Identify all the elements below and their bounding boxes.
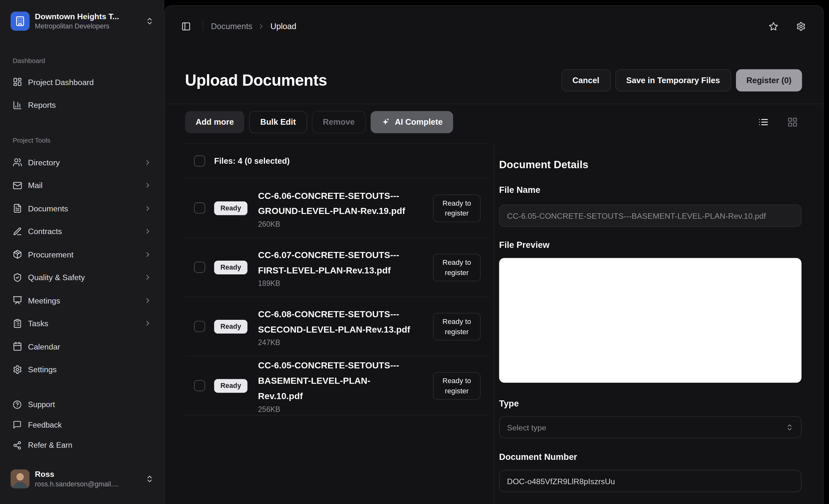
- document-number-label: Document Number: [499, 450, 801, 463]
- chevron-right-icon: [144, 296, 152, 304]
- file-checkbox[interactable]: [194, 203, 205, 214]
- bulk-edit-button[interactable]: Bulk Edit: [249, 111, 307, 133]
- file-size: 260KB: [258, 220, 412, 228]
- file-name-label: File Name: [499, 184, 801, 196]
- page-header: Upload Documents Cancel Save in Temporar…: [165, 57, 823, 104]
- user-menu[interactable]: Ross ross.h.sanderson@gmail....: [8, 466, 156, 491]
- sidebar-item-procurement[interactable]: Procurement: [8, 243, 156, 265]
- document-number-input[interactable]: [499, 470, 801, 492]
- ai-complete-button[interactable]: AI Complete: [371, 111, 454, 133]
- sidebar-item-documents[interactable]: Documents: [8, 197, 156, 219]
- file-name-input[interactable]: [499, 205, 801, 227]
- sidebar-item-calendar[interactable]: Calendar: [8, 335, 156, 357]
- file-text-icon: [13, 204, 23, 213]
- file-row[interactable]: Ready CC-6.05-CONCRETE-SETOUTS---BASEMEN…: [185, 356, 489, 416]
- register-button[interactable]: Register (0): [736, 69, 802, 91]
- ready-to-register-button[interactable]: Ready to register: [433, 313, 481, 340]
- file-preview: [499, 258, 801, 383]
- sidebar-item-tasks[interactable]: Tasks: [8, 312, 156, 334]
- file-info: CC-6.06-CONCRETE-SETOUTS---GROUND-LEVEL-…: [258, 188, 412, 228]
- status-badge: Ready: [214, 320, 247, 333]
- help-circle-icon: [13, 400, 22, 409]
- file-row[interactable]: Ready CC-6.06-CONCRETE-SETOUTS---GROUND-…: [185, 179, 489, 238]
- sidebar-toggle-button[interactable]: [178, 17, 194, 35]
- chevron-right-icon: [258, 23, 265, 30]
- cancel-button[interactable]: Cancel: [561, 69, 610, 91]
- topbar-separator: [203, 22, 203, 31]
- page-title: Upload Documents: [185, 71, 327, 89]
- sidebar-item-meetings[interactable]: Meetings: [8, 289, 156, 311]
- team-switcher[interactable]: Downtown Heights T... Metropolitan Devel…: [8, 7, 156, 35]
- ready-to-register-button[interactable]: Ready to register: [433, 254, 481, 281]
- team-logo: [10, 11, 30, 31]
- ready-to-register-button[interactable]: Ready to register: [433, 194, 481, 222]
- nav-group-project-tools: Directory Mail Documents: [8, 151, 156, 381]
- chevron-right-icon: [144, 250, 152, 258]
- star-icon: [769, 22, 779, 31]
- sidebar-item-support[interactable]: Support: [8, 395, 156, 414]
- sidebar-item-label: Documents: [28, 204, 68, 213]
- sidebar-item-refer-earn[interactable]: Refer & Earn: [8, 436, 156, 455]
- settings-button[interactable]: [792, 16, 811, 36]
- file-size: 256KB: [258, 405, 412, 413]
- status-badge: Ready: [214, 379, 247, 392]
- ready-to-register-button[interactable]: Ready to register: [433, 372, 481, 399]
- sidebar-item-mail[interactable]: Mail: [8, 174, 156, 196]
- team-org: Metropolitan Developers: [35, 22, 109, 30]
- remove-button[interactable]: Remove: [312, 111, 366, 133]
- list-view-button[interactable]: [754, 113, 773, 132]
- nav-group-dashboard: Project Dashboard Reports: [8, 71, 156, 117]
- topbar: Documents Upload: [165, 6, 823, 46]
- file-checkbox[interactable]: [194, 380, 205, 391]
- breadcrumb-documents[interactable]: Documents: [211, 22, 253, 31]
- file-name: CC-6.06-CONCRETE-SETOUTS---GROUND-LEVEL-…: [258, 188, 412, 219]
- sidebar-item-contracts[interactable]: Contracts: [8, 220, 156, 242]
- building-icon: [15, 16, 25, 27]
- file-list-header: Files: 4 (0 selected): [185, 143, 489, 179]
- sidebar-item-label: Project Dashboard: [28, 77, 94, 86]
- file-preview-label: File Preview: [499, 239, 801, 251]
- chevrons-up-down-icon: [146, 17, 154, 25]
- grid-view-button[interactable]: [783, 113, 802, 132]
- header-actions: Cancel Save in Temporary Files Register …: [561, 69, 802, 91]
- chevron-right-icon: [144, 227, 152, 236]
- sidebar-item-label: Tasks: [28, 319, 48, 328]
- sidebar-item-label: Settings: [28, 365, 57, 374]
- sidebar-item-directory[interactable]: Directory: [8, 151, 156, 173]
- chevron-right-icon: [144, 274, 152, 281]
- content: Files: 4 (0 selected) Ready CC-6.06-CONC…: [165, 143, 823, 504]
- sidebar-item-label: Reports: [28, 100, 56, 109]
- chevron-right-icon: [144, 181, 152, 189]
- favorite-button[interactable]: [764, 16, 783, 36]
- sidebar-item-reports[interactable]: Reports: [8, 94, 156, 116]
- file-name: CC-6.07-CONCRETE-SETOUTS---FIRST-LEVEL-P…: [258, 247, 412, 278]
- calendar-icon: [13, 341, 23, 351]
- avatar-image: [10, 469, 30, 488]
- file-row[interactable]: Ready CC-6.07-CONCRETE-SETOUTS---FIRST-L…: [185, 238, 489, 297]
- sidebar-item-label: Procurement: [28, 250, 74, 259]
- file-row[interactable]: Ready CC-6.08-CONCRETE-SETOUTS---SCECOND…: [185, 297, 489, 356]
- panel-left-icon: [181, 22, 191, 31]
- section-label-dashboard: Dashboard: [8, 56, 156, 66]
- save-temporary-button[interactable]: Save in Temporary Files: [615, 69, 731, 91]
- type-select[interactable]: Select type: [499, 416, 801, 438]
- sidebar-item-project-dashboard[interactable]: Project Dashboard: [8, 71, 156, 93]
- details-title: Document Details: [499, 157, 801, 172]
- grid-view-icon: [787, 117, 798, 127]
- sidebar-item-feedback[interactable]: Feedback: [8, 415, 156, 434]
- mail-icon: [13, 181, 23, 190]
- dashboard-icon: [13, 77, 23, 87]
- add-more-button[interactable]: Add more: [185, 111, 245, 133]
- sidebar-item-quality-safety[interactable]: Quality & Safety: [8, 266, 156, 288]
- users-icon: [13, 158, 23, 167]
- file-info: CC-6.07-CONCRETE-SETOUTS---FIRST-LEVEL-P…: [258, 247, 412, 288]
- sidebar-item-settings[interactable]: Settings: [8, 358, 156, 380]
- user-meta: Ross ross.h.sanderson@gmail....: [35, 469, 140, 488]
- file-checkbox[interactable]: [194, 321, 205, 332]
- document-details-panel: Document Details File Name File Preview …: [499, 143, 801, 504]
- file-size: 247KB: [258, 338, 412, 346]
- select-all-checkbox[interactable]: [194, 155, 205, 167]
- section-label-project-tools: Project Tools: [8, 136, 156, 145]
- signature-icon: [13, 226, 23, 236]
- file-checkbox[interactable]: [194, 262, 205, 273]
